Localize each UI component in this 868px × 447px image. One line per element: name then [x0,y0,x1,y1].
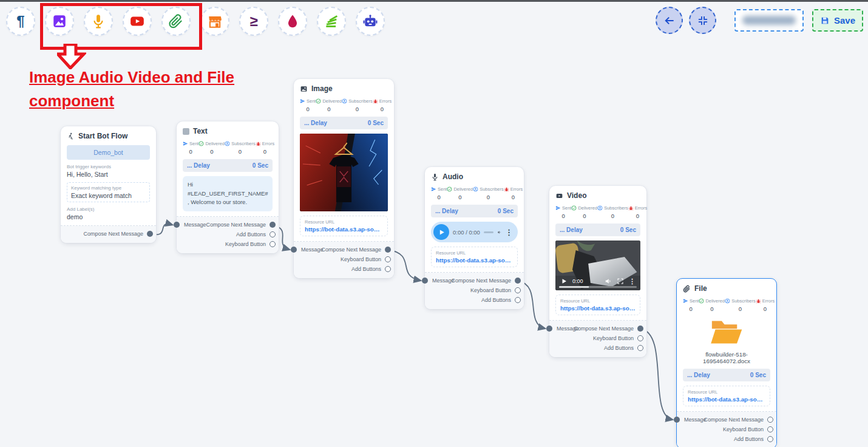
delivered-label: Delivered [205,141,225,146]
toolbar-image-button[interactable] [45,7,74,36]
delay-bar[interactable]: ... Delay0 Sec [300,117,388,129]
sent-label: Sent [189,141,198,146]
subscribers-count: 0 [739,305,742,312]
sent-icon [555,205,561,211]
resource-url-link[interactable]: https://bot-data.s3.ap-southeast-1.wasab… [688,396,765,403]
output-port[interactable] [385,247,391,253]
subscribers-count: 0 [487,194,490,200]
walking-person-icon [67,132,75,140]
stats-row: Sent0 Delivered0 Subscribers0 Errors0 [183,141,273,155]
sent-label: Sent [307,98,316,104]
audio-play-button[interactable] [433,224,449,240]
audio-time: 0:00 / 0:00 [453,229,480,236]
add-buttons-port[interactable] [767,436,773,442]
errors-count: 0 [636,213,639,219]
audio-player: 0:00 / 0:00 ⋮ [431,222,518,242]
save-button[interactable]: Save [812,9,863,32]
delay-value: 0 Sec [620,227,636,233]
keyboard-button-port[interactable] [385,256,391,262]
delay-value: 0 Sec [750,372,766,378]
input-port[interactable] [422,278,428,284]
keyboard-button-port[interactable] [515,287,521,293]
back-arrow-icon [663,15,676,27]
sticky-notes-icon [324,13,339,29]
audio-progress[interactable] [484,231,493,233]
node-audio[interactable]: Audio Sent0 Delivered0 Subscribers0 Erro… [425,167,524,309]
video-menu-icon[interactable]: ⋮ [629,278,636,285]
video-progress[interactable] [559,286,637,288]
node-image[interactable]: Image Sent0 Delivered0 Subscribers0 Erro… [294,79,394,278]
delivered-label: Delivered [705,298,725,304]
input-port[interactable] [291,247,297,253]
video-time: 0:00 [572,278,583,284]
bot-name-button[interactable]: Demo_bot [67,145,150,160]
trigger-keywords-value[interactable]: Hi, Hello, Start [67,171,150,178]
keyboard-button-port[interactable] [637,335,643,341]
output-port[interactable] [637,326,643,332]
input-port[interactable] [546,326,552,332]
volume-icon[interactable] [497,228,501,236]
delay-bar[interactable]: ... Delay0 Sec [555,224,640,236]
keyboard-button-port[interactable] [767,426,773,432]
input-port[interactable] [674,417,680,423]
delay-bar[interactable]: ... Delay0 Sec [183,159,273,172]
errors-count: 0 [263,148,266,155]
delay-value: 0 Sec [368,120,384,126]
output-port[interactable] [147,231,153,237]
flow-canvas[interactable]: ¶ ≥ Image Audio Video and File component… [0,0,868,447]
image-preview[interactable] [300,134,388,211]
add-labels-value[interactable]: demo [67,213,150,220]
toolbar-chatbot-button[interactable] [356,7,385,36]
play-icon [438,228,446,236]
output-port[interactable] [270,222,276,228]
toolbar-file-button[interactable] [161,7,191,36]
volume-icon[interactable] [605,278,612,285]
back-button[interactable] [656,7,683,34]
sent-count: 0 [189,148,192,155]
blurred-action-button[interactable] [734,9,804,32]
node-text[interactable]: Text Sent0 Delivered0 Subscribers0 Error… [177,121,279,253]
audio-menu-icon[interactable]: ⋮ [505,228,513,236]
delay-bar[interactable]: ... Delay0 Sec [683,369,770,381]
message-text[interactable]: Hi #LEAD_USER_FIRST_NAME# , Welcome to o… [183,176,273,211]
toolbar-video-button[interactable] [123,7,152,36]
node-video[interactable]: Video Sent0 Delivered0 Subscribers0 Erro… [549,186,646,357]
keyboard-button-label: Keyboard Button [593,335,634,341]
toolbar-audio-button[interactable] [84,7,113,36]
toolbar-drip-button[interactable] [278,7,307,36]
fullscreen-icon[interactable] [617,278,624,285]
subscribers-icon [597,205,603,211]
message-input-label: Message [684,417,707,423]
compose-next-message-label: Compose Next Message [704,417,764,423]
add-buttons-port[interactable] [515,297,521,303]
keyboard-button-port[interactable] [270,241,276,247]
resource-url-link[interactable]: https://bot-data.s3.ap-southeast-1.wasab… [560,305,636,312]
delay-value: 0 Sec [498,208,514,214]
input-port[interactable] [174,222,180,228]
toolbar-text-button[interactable]: ¶ [6,7,35,36]
errors-icon [504,186,509,192]
toolbar-ecommerce-button[interactable] [200,7,229,36]
add-buttons-port[interactable] [270,231,276,237]
store-icon [207,13,223,29]
video-preview[interactable]: 0:00 ⋮ [555,241,640,290]
delay-label: ... Delay [187,162,210,169]
node-start-bot-flow[interactable]: Start Bot Flow Demo_bot Bot trigger keyw… [61,126,156,243]
matching-type-value[interactable]: Exact keyword match [71,192,146,199]
file-preview[interactable] [683,318,770,346]
node-file[interactable]: File Sent0 Delivered0 Subscribers0 Error… [676,278,777,447]
toolbar-notes-button[interactable] [317,7,346,36]
delivered-count: 0 [458,194,461,200]
resource-url-link[interactable]: https://bot-data.s3.ap-southeast-1.wasab… [436,257,513,264]
subscribers-icon [225,141,230,146]
output-port[interactable] [515,278,521,284]
toolbar-sequence-button[interactable]: ≥ [239,7,268,36]
delay-label: ... Delay [560,227,583,233]
add-buttons-port[interactable] [385,266,391,272]
resource-url-link[interactable]: https://bot-data.s3.ap-southeast-1.wasab… [305,226,383,233]
add-buttons-port[interactable] [637,345,643,351]
fit-view-button[interactable] [689,7,716,34]
play-icon[interactable] [560,278,568,285]
output-port[interactable] [767,417,773,423]
delay-bar[interactable]: ... Delay0 Sec [431,205,518,217]
